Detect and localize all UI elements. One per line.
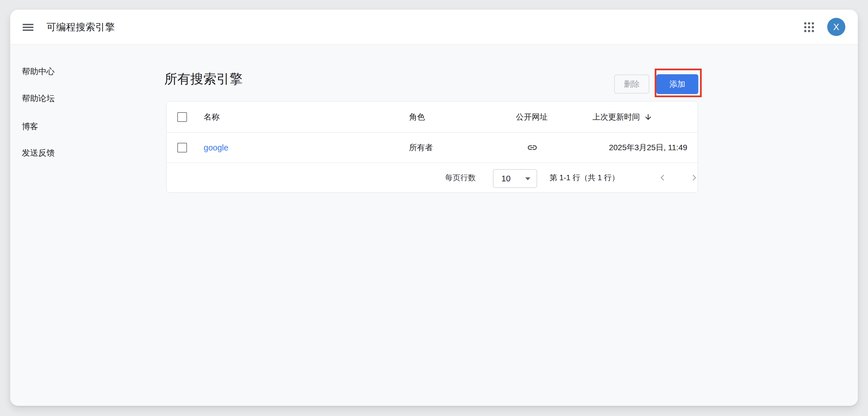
rows-per-page-label: 每页行数 — [445, 163, 476, 192]
column-header-name[interactable]: 名称 — [204, 101, 220, 132]
rows-per-page-select[interactable]: 10 — [493, 169, 537, 188]
app-title: 可编程搜索引擎 — [46, 10, 115, 44]
previous-page-button[interactable] — [656, 172, 669, 184]
link-icon — [527, 142, 538, 153]
sort-arrow-down-icon — [644, 113, 652, 121]
chevron-right-icon — [689, 173, 699, 182]
select-all-checkbox[interactable] — [177, 112, 187, 122]
menu-bar — [23, 24, 33, 25]
column-header-public-url[interactable]: 公开网址 — [516, 101, 548, 132]
pagination-range-label: 第 1-1 行（共 1 行） — [550, 163, 619, 192]
content-area: 帮助中心 帮助论坛 博客 发送反馈 所有搜索引擎 删除 添加 名称 角色 公开网… — [10, 44, 858, 406]
apps-grid-glyph — [803, 21, 815, 34]
page-title: 所有搜索引擎 — [164, 70, 243, 87]
sidebar-item-blog[interactable]: 博客 — [22, 122, 38, 131]
table-row: google 所有者 2025年3月25日, 11:49 — [166, 132, 698, 163]
caret-down-icon — [525, 177, 530, 180]
sidebar-item-help-forum[interactable]: 帮助论坛 — [22, 94, 55, 103]
delete-button[interactable]: 删除 — [614, 75, 649, 93]
search-engines-table: 名称 角色 公开网址 上次更新时间 google 所有者 — [166, 101, 698, 193]
column-header-last-updated-label: 上次更新时间 — [592, 112, 640, 122]
add-button[interactable]: 添加 — [656, 74, 698, 94]
sidebar-item-feedback[interactable]: 发送反馈 — [22, 148, 55, 157]
last-updated-value: 2025年3月25日, 11:49 — [609, 132, 687, 163]
app-window: 可编程搜索引擎 X 帮助中心 帮助论坛 博客 发送反馈 所有搜索引擎 删除 添加 — [10, 10, 858, 406]
menu-bar — [23, 29, 33, 31]
chevron-left-icon — [657, 173, 667, 182]
menu-icon[interactable] — [23, 21, 34, 33]
table-header-row: 名称 角色 公开网址 上次更新时间 — [166, 101, 698, 132]
avatar-letter: X — [833, 22, 839, 32]
apps-grid-icon[interactable] — [802, 21, 816, 34]
menu-bar — [23, 27, 33, 28]
public-url-cell[interactable] — [516, 132, 549, 163]
column-header-last-updated[interactable]: 上次更新时间 — [592, 101, 652, 132]
engine-role: 所有者 — [409, 132, 433, 163]
pagination-row: 每页行数 10 第 1-1 行（共 1 行） — [166, 163, 698, 192]
avatar[interactable]: X — [827, 18, 845, 36]
column-header-role[interactable]: 角色 — [409, 101, 425, 132]
app-bar: 可编程搜索引擎 X — [10, 10, 858, 44]
sidebar-item-help-center[interactable]: 帮助中心 — [22, 67, 55, 76]
engine-name-link[interactable]: google — [204, 132, 228, 163]
next-page-button[interactable] — [688, 172, 701, 184]
row-checkbox[interactable] — [177, 143, 187, 152]
rows-per-page-value: 10 — [501, 174, 510, 183]
